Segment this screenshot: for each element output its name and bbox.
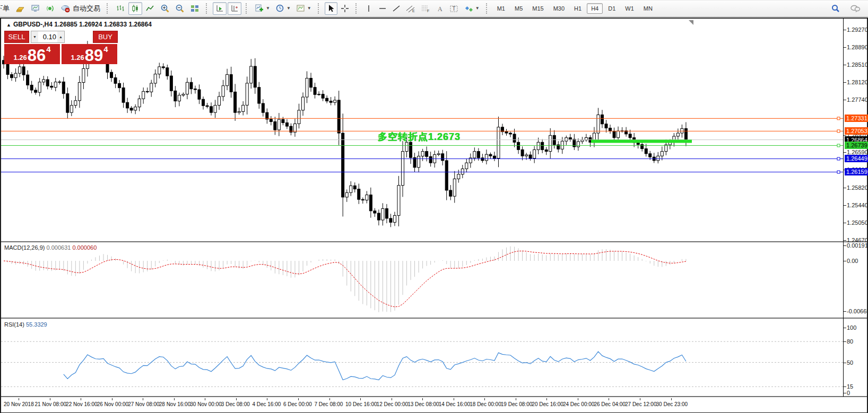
vertical-line-tool-button[interactable] xyxy=(362,2,375,15)
collapse-arrow-icon[interactable]: ▲ xyxy=(6,22,11,28)
sell-price-display[interactable]: 1.26 86 4 xyxy=(4,44,60,64)
timeframe-mn[interactable]: MN xyxy=(639,3,657,14)
candle xyxy=(166,65,169,80)
time-tick-label: 20 Dec 16:00 xyxy=(532,401,563,407)
zoom-out-button[interactable] xyxy=(173,2,187,15)
line-handle[interactable] xyxy=(837,117,840,120)
timeframe-m15[interactable]: M15 xyxy=(528,3,548,14)
bar-chart-mode-button[interactable] xyxy=(114,2,127,15)
open-chart-button[interactable] xyxy=(29,2,42,15)
candle xyxy=(298,104,300,129)
line-chart-mode-button[interactable] xyxy=(143,2,157,15)
macd-panel[interactable] xyxy=(1,242,843,318)
volume-down-button[interactable]: ▼ xyxy=(31,31,38,42)
candle xyxy=(38,78,41,96)
candle xyxy=(441,150,444,165)
chat-button[interactable] xyxy=(848,2,863,15)
chart-shift-marker-icon[interactable] xyxy=(689,20,693,25)
tile-windows-button[interactable] xyxy=(188,2,202,15)
main-price-chart[interactable] xyxy=(1,19,843,241)
panel-separator[interactable] xyxy=(1,396,867,397)
candle xyxy=(426,146,428,161)
panel-separator[interactable] xyxy=(1,241,867,242)
price-tick-label: 1.25050 xyxy=(847,219,868,226)
macd-main-value: 0.000631 xyxy=(46,244,71,251)
periods-button[interactable]: ▼ xyxy=(273,2,293,15)
candle xyxy=(262,99,264,117)
sell-button[interactable]: SELL xyxy=(4,31,29,43)
timeframe-m1[interactable]: M1 xyxy=(493,3,509,14)
toolbar-right-group xyxy=(829,2,865,15)
line-handle[interactable] xyxy=(837,171,840,173)
macd-tick-label: 0.00 xyxy=(847,258,858,264)
new-order-gold-button[interactable] xyxy=(14,2,28,15)
candle xyxy=(138,95,141,111)
auto-scroll-button[interactable] xyxy=(213,2,227,15)
search-button[interactable] xyxy=(829,2,843,15)
timeframe-m5[interactable]: M5 xyxy=(510,3,527,14)
price-line-label[interactable]: 1.27053 xyxy=(845,127,868,135)
price-line-label[interactable]: 1.27331 xyxy=(845,115,868,122)
timeframe-d1[interactable]: D1 xyxy=(604,3,620,14)
candle xyxy=(62,77,65,99)
line-handle[interactable] xyxy=(837,157,840,160)
time-tick-mark xyxy=(143,398,143,400)
candle xyxy=(154,69,157,87)
candle xyxy=(358,183,360,204)
text-tool-button[interactable]: A xyxy=(433,2,446,15)
crosshair-tool-button[interactable] xyxy=(338,2,351,15)
panel-separator[interactable] xyxy=(1,318,867,319)
candle xyxy=(577,138,579,151)
volume-input[interactable] xyxy=(38,31,57,42)
line-handle[interactable] xyxy=(837,130,840,133)
cursor-tool-button[interactable] xyxy=(325,2,337,15)
chart-shift-button[interactable] xyxy=(228,2,241,15)
buy-button[interactable]: BUY xyxy=(93,31,118,43)
zoom-in-button[interactable] xyxy=(158,2,172,15)
time-tick-label: 24 Dec 00:00 xyxy=(563,401,595,407)
signals-button[interactable] xyxy=(44,2,57,15)
text-label-tool-button[interactable]: T xyxy=(447,2,461,15)
candle xyxy=(34,87,37,94)
buy-price-prefix: 1.26 xyxy=(71,54,84,61)
ohlc-high: 1.26924 xyxy=(79,21,102,28)
candle xyxy=(134,104,137,115)
time-tick-label: 18 Dec 00:00 xyxy=(470,401,501,407)
price-line-label[interactable]: 1.26449 xyxy=(845,155,868,162)
price-tick-label: 1.27740 xyxy=(847,96,868,103)
candle xyxy=(569,134,571,142)
add-indicator-button[interactable]: ▼ xyxy=(253,2,272,15)
trendline-tool-button[interactable] xyxy=(390,2,403,15)
autotrading-button[interactable]: 自动交易 xyxy=(58,2,102,15)
horizontal-line-tool-button[interactable] xyxy=(376,2,389,15)
timeframe-h1[interactable]: H1 xyxy=(570,3,586,14)
macd-signal-line xyxy=(4,251,686,306)
candle xyxy=(629,130,631,142)
new-order-button[interactable]: 下单 xyxy=(0,2,13,15)
turning-point-annotation[interactable]: 多空转折点1.2673 xyxy=(378,130,461,143)
time-tick-label: 14 Dec 16:00 xyxy=(439,401,471,407)
candle xyxy=(609,125,612,134)
candlestick-mode-button[interactable] xyxy=(128,2,142,15)
equidistant-channel-tool-button[interactable]: E xyxy=(404,2,418,15)
macd-tick-mark xyxy=(844,245,846,246)
candle xyxy=(174,86,177,107)
candle xyxy=(190,77,193,94)
candle xyxy=(485,150,488,164)
candle xyxy=(497,117,500,167)
timeframe-h4[interactable]: H4 xyxy=(587,3,603,14)
time-tick-label: 27 Nov 08:00 xyxy=(128,401,160,407)
buy-price-display[interactable]: 1.26 89 4 xyxy=(62,44,117,64)
fibonacci-tool-button[interactable]: F xyxy=(419,2,432,15)
price-line-label[interactable]: 1.26159 xyxy=(845,168,868,175)
timeframe-w1[interactable]: W1 xyxy=(621,3,638,14)
candle xyxy=(657,152,659,163)
arrows-tool-button[interactable]: ▼ xyxy=(462,2,482,15)
candle xyxy=(381,203,384,225)
rsi-panel[interactable] xyxy=(1,319,843,395)
timeframe-m30[interactable]: M30 xyxy=(549,3,569,14)
price-line-label[interactable]: 1.26739 xyxy=(845,142,868,149)
volume-up-button[interactable]: ▲ xyxy=(57,31,64,42)
line-handle[interactable] xyxy=(837,144,840,147)
templates-button[interactable]: ▼ xyxy=(294,2,314,15)
